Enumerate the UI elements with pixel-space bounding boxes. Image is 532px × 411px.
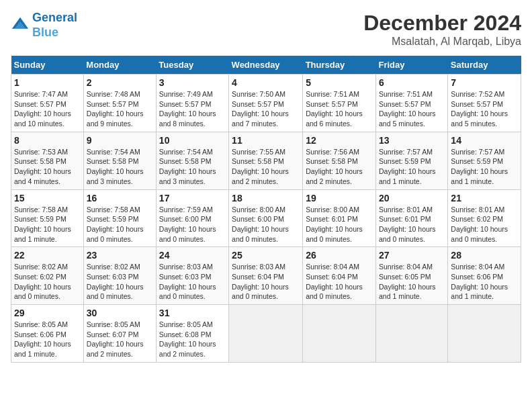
calendar-cell: 15Sunrise: 7:58 AMSunset: 5:59 PMDayligh… [11, 189, 84, 247]
weekday-header: Tuesday [156, 56, 228, 75]
day-info: Sunrise: 8:02 AMSunset: 6:02 PMDaylight:… [14, 262, 81, 302]
day-info: Sunrise: 8:00 AMSunset: 6:00 PMDaylight:… [232, 205, 300, 244]
calendar-body: 1Sunrise: 7:47 AMSunset: 5:57 PMDaylight… [11, 75, 521, 363]
day-info: Sunrise: 7:58 AMSunset: 5:59 PMDaylight:… [14, 205, 81, 244]
calendar-week-row: 29Sunrise: 8:05 AMSunset: 6:06 PMDayligh… [11, 305, 521, 363]
calendar-cell: 7Sunrise: 7:52 AMSunset: 5:57 PMDaylight… [448, 75, 521, 132]
day-number: 28 [451, 250, 518, 261]
location-title: Msalatah, Al Marqab, Libya [363, 36, 521, 48]
day-info: Sunrise: 8:01 AMSunset: 6:01 PMDaylight:… [379, 205, 445, 244]
day-info: Sunrise: 8:01 AMSunset: 6:02 PMDaylight:… [451, 205, 518, 244]
day-number: 4 [232, 77, 300, 88]
month-title: December 2024 [363, 11, 521, 36]
logo-icon [11, 16, 30, 35]
calendar-cell: 28Sunrise: 8:04 AMSunset: 6:06 PMDayligh… [448, 247, 521, 305]
calendar-cell: 26Sunrise: 8:04 AMSunset: 6:04 PMDayligh… [303, 247, 376, 305]
day-number: 8 [14, 135, 81, 146]
day-number: 18 [232, 193, 300, 203]
day-number: 23 [87, 250, 153, 261]
day-number: 31 [159, 308, 226, 318]
day-info: Sunrise: 8:04 AMSunset: 6:06 PMDaylight:… [451, 262, 518, 302]
logo-line2: Blue [32, 26, 58, 39]
day-number: 9 [87, 135, 153, 146]
day-info: Sunrise: 7:47 AMSunset: 5:57 PMDaylight:… [14, 89, 81, 129]
day-info: Sunrise: 7:55 AMSunset: 5:58 PMDaylight:… [232, 147, 300, 187]
day-number: 5 [306, 77, 373, 88]
calendar-cell: 30Sunrise: 8:05 AMSunset: 6:07 PMDayligh… [83, 305, 156, 363]
day-number: 20 [379, 193, 445, 203]
weekday-header: Friday [375, 56, 447, 75]
day-info: Sunrise: 8:05 AMSunset: 6:07 PMDaylight:… [87, 320, 153, 359]
calendar-cell: 14Sunrise: 7:57 AMSunset: 5:59 PMDayligh… [448, 132, 521, 189]
calendar-cell: 22Sunrise: 8:02 AMSunset: 6:02 PMDayligh… [11, 247, 84, 305]
day-info: Sunrise: 7:57 AMSunset: 5:59 PMDaylight:… [379, 147, 445, 187]
day-info: Sunrise: 8:02 AMSunset: 6:03 PMDaylight:… [87, 262, 153, 302]
day-info: Sunrise: 7:49 AMSunset: 5:57 PMDaylight:… [159, 89, 226, 129]
day-number: 12 [306, 135, 373, 146]
day-number: 27 [379, 250, 445, 261]
calendar-table: SundayMondayTuesdayWednesdayThursdayFrid… [11, 56, 521, 363]
calendar-cell: 17Sunrise: 7:59 AMSunset: 6:00 PMDayligh… [156, 189, 228, 247]
day-info: Sunrise: 8:05 AMSunset: 6:08 PMDaylight:… [159, 320, 226, 359]
day-number: 25 [232, 250, 300, 261]
day-info: Sunrise: 8:04 AMSunset: 6:05 PMDaylight:… [379, 262, 445, 302]
weekday-header: Thursday [303, 56, 376, 75]
calendar-cell [375, 305, 447, 363]
day-info: Sunrise: 8:03 AMSunset: 6:04 PMDaylight:… [232, 262, 300, 302]
calendar-cell: 10Sunrise: 7:54 AMSunset: 5:58 PMDayligh… [156, 132, 228, 189]
day-info: Sunrise: 7:51 AMSunset: 5:57 PMDaylight:… [379, 89, 445, 129]
calendar-week-row: 15Sunrise: 7:58 AMSunset: 5:59 PMDayligh… [11, 189, 521, 247]
day-number: 3 [159, 77, 226, 88]
calendar-cell: 2Sunrise: 7:48 AMSunset: 5:57 PMDaylight… [83, 75, 156, 132]
title-area: December 2024 Msalatah, Al Marqab, Libya [363, 11, 521, 48]
day-number: 11 [232, 135, 300, 146]
calendar-cell [303, 305, 376, 363]
day-number: 21 [451, 193, 518, 203]
weekday-header: Monday [83, 56, 156, 75]
calendar-cell: 4Sunrise: 7:50 AMSunset: 5:57 PMDaylight… [229, 75, 303, 132]
calendar-header: SundayMondayTuesdayWednesdayThursdayFrid… [11, 56, 521, 75]
day-number: 29 [14, 308, 81, 318]
day-number: 2 [87, 77, 153, 88]
day-info: Sunrise: 8:00 AMSunset: 6:01 PMDaylight:… [306, 205, 373, 244]
day-info: Sunrise: 7:52 AMSunset: 5:57 PMDaylight:… [451, 89, 518, 129]
day-info: Sunrise: 8:03 AMSunset: 6:03 PMDaylight:… [159, 262, 226, 302]
calendar-cell [229, 305, 303, 363]
day-number: 24 [159, 250, 226, 261]
calendar-cell: 1Sunrise: 7:47 AMSunset: 5:57 PMDaylight… [11, 75, 84, 132]
day-number: 16 [87, 193, 153, 203]
calendar-week-row: 1Sunrise: 7:47 AMSunset: 5:57 PMDaylight… [11, 75, 521, 132]
calendar-week-row: 8Sunrise: 7:53 AMSunset: 5:58 PMDaylight… [11, 132, 521, 189]
calendar-cell: 12Sunrise: 7:56 AMSunset: 5:58 PMDayligh… [303, 132, 376, 189]
day-number: 19 [306, 193, 373, 203]
calendar-cell: 18Sunrise: 8:00 AMSunset: 6:00 PMDayligh… [229, 189, 303, 247]
calendar-cell: 27Sunrise: 8:04 AMSunset: 6:05 PMDayligh… [375, 247, 447, 305]
day-info: Sunrise: 7:54 AMSunset: 5:58 PMDaylight:… [159, 147, 226, 187]
day-number: 22 [14, 250, 81, 261]
calendar-cell: 21Sunrise: 8:01 AMSunset: 6:02 PMDayligh… [448, 189, 521, 247]
day-number: 7 [451, 77, 518, 88]
day-info: Sunrise: 8:04 AMSunset: 6:04 PMDaylight:… [306, 262, 373, 302]
calendar-cell: 31Sunrise: 8:05 AMSunset: 6:08 PMDayligh… [156, 305, 228, 363]
calendar-cell: 25Sunrise: 8:03 AMSunset: 6:04 PMDayligh… [229, 247, 303, 305]
day-number: 10 [159, 135, 226, 146]
day-number: 1 [14, 77, 81, 88]
calendar-cell: 20Sunrise: 8:01 AMSunset: 6:01 PMDayligh… [375, 189, 447, 247]
calendar-cell: 8Sunrise: 7:53 AMSunset: 5:58 PMDaylight… [11, 132, 84, 189]
logo-line1: General [32, 11, 77, 24]
day-number: 26 [306, 250, 373, 261]
day-number: 14 [451, 135, 518, 146]
calendar-week-row: 22Sunrise: 8:02 AMSunset: 6:02 PMDayligh… [11, 247, 521, 305]
page-header: General Blue December 2024 Msalatah, Al … [11, 11, 521, 48]
calendar-cell: 16Sunrise: 7:58 AMSunset: 5:59 PMDayligh… [83, 189, 156, 247]
calendar-cell: 6Sunrise: 7:51 AMSunset: 5:57 PMDaylight… [375, 75, 447, 132]
day-info: Sunrise: 8:05 AMSunset: 6:06 PMDaylight:… [14, 320, 81, 359]
day-info: Sunrise: 7:50 AMSunset: 5:57 PMDaylight:… [232, 89, 300, 129]
calendar-cell: 23Sunrise: 8:02 AMSunset: 6:03 PMDayligh… [83, 247, 156, 305]
calendar-cell: 5Sunrise: 7:51 AMSunset: 5:57 PMDaylight… [303, 75, 376, 132]
calendar-cell: 29Sunrise: 8:05 AMSunset: 6:06 PMDayligh… [11, 305, 84, 363]
day-number: 17 [159, 193, 226, 203]
day-info: Sunrise: 7:51 AMSunset: 5:57 PMDaylight:… [306, 89, 373, 129]
day-number: 6 [379, 77, 445, 88]
day-number: 30 [87, 308, 153, 318]
